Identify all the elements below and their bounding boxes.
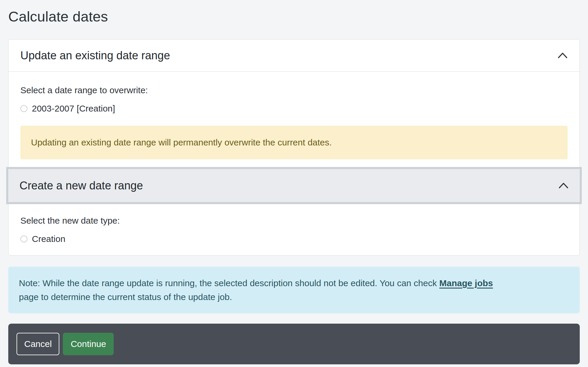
note-text-before: Note: While the date range update is run… (19, 278, 439, 288)
note-text-after: page to determine the current status of … (19, 292, 232, 302)
date-type-prompt: Select the new date type: (20, 215, 568, 226)
continue-button[interactable]: Continue (63, 333, 114, 355)
overwrite-warning-text: Updating an existing date range will per… (31, 137, 332, 147)
radio-option-2003-2007-creation[interactable]: 2003-2007 [Creation] (20, 104, 568, 114)
radio-option-label: Creation (32, 234, 65, 244)
accordion-header-update-label: Update an existing date range (20, 48, 170, 63)
accordion-panel: Update an existing date range Select a d… (8, 39, 580, 255)
manage-jobs-link[interactable]: Manage jobs (439, 278, 493, 288)
accordion-header-create-label: Create a new date range (19, 178, 143, 193)
action-footer: Cancel Continue (8, 324, 580, 364)
radio-button-icon[interactable] (20, 105, 27, 112)
note-banner: Note: While the date range update is run… (8, 267, 580, 313)
date-range-prompt: Select a date range to overwrite: (20, 85, 568, 96)
page-title: Calculate dates (8, 0, 580, 26)
cancel-button[interactable]: Cancel (17, 333, 59, 355)
create-new-section-body: Select the new date type: Creation (9, 204, 579, 255)
update-existing-section-body: Select a date range to overwrite: 2003-2… (9, 72, 579, 167)
chevron-up-icon (558, 182, 569, 189)
page: Calculate dates Update an existing date … (0, 0, 588, 367)
radio-button-icon[interactable] (20, 235, 27, 243)
chevron-up-icon (558, 52, 568, 58)
accordion-header-update-existing[interactable]: Update an existing date range (9, 40, 579, 72)
overwrite-warning-banner: Updating an existing date range will per… (20, 126, 568, 159)
accordion-header-create-new[interactable]: Create a new date range (6, 167, 582, 204)
radio-option-creation[interactable]: Creation (20, 234, 568, 244)
radio-option-label: 2003-2007 [Creation] (32, 104, 115, 114)
